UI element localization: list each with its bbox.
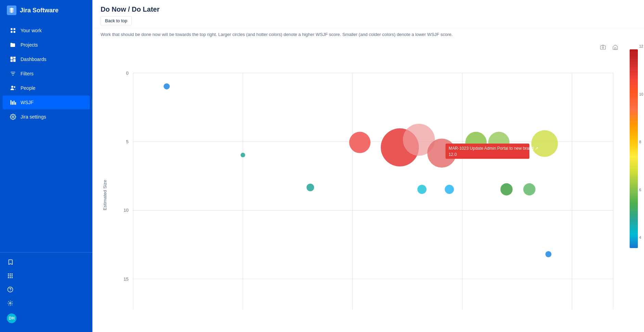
page-title: Do Now / Do Later [101,5,636,13]
chart-wrapper: 0 5 10 15 Estimated Size [92,42,644,329]
svg-point-55 [417,185,427,194]
sidebar-item-settings[interactable]: Jira settings [3,110,90,124]
app-name: Jira Software [20,7,59,14]
svg-point-57 [500,183,513,196]
sidebar-item-label: People [21,85,36,91]
people-icon [10,85,16,91]
svg-point-54 [307,184,314,191]
svg-rect-5 [13,57,16,59]
svg-point-45 [164,83,170,89]
color-bar-label-8: 8 [639,140,643,144]
svg-rect-18 [8,275,9,276]
sidebar-bookmark[interactable] [0,255,92,269]
sidebar-item-label: Jira settings [21,114,46,120]
svg-rect-6 [11,60,13,62]
svg-rect-21 [8,277,9,278]
sidebar-item-label: WSJF [21,100,34,105]
svg-point-56 [445,185,454,194]
sidebar-nav: Your work Projects Dashboards Filters [0,21,92,252]
scatter-chart: 0 5 10 15 Estimated Size [92,42,623,329]
svg-rect-22 [10,277,11,278]
svg-point-14 [12,116,14,118]
color-gradient-bar [630,49,638,248]
sidebar-item-dashboards[interactable]: Dashboards [3,52,90,66]
settings-icon [10,113,16,120]
svg-point-8 [11,86,13,88]
color-bar-label-6: 6 [639,188,643,192]
svg-rect-12 [14,101,15,105]
user-avatar-item[interactable]: DH [0,310,92,327]
sidebar-item-label: Dashboards [21,57,47,62]
svg-text:MAR-1023 Update Admin Portal t: MAR-1023 Update Admin Portal to new bran… [449,146,538,151]
svg-rect-11 [12,101,13,105]
svg-point-46 [241,153,245,157]
svg-text:0: 0 [126,71,128,76]
svg-point-53 [531,130,558,157]
back-to-top-button[interactable]: Back to top [101,16,132,25]
sidebar-item-label: Projects [21,42,38,48]
svg-rect-13 [15,102,16,105]
chart-area: 0 5 10 15 Estimated Size [92,39,644,332]
color-bar-label-4: 4 [639,235,643,239]
svg-point-9 [14,86,15,88]
svg-rect-19 [10,275,11,276]
avatar[interactable]: DH [7,313,16,323]
svg-text:12.0: 12.0 [449,152,457,157]
svg-text:10: 10 [124,208,129,213]
sidebar-item-projects[interactable]: Projects [3,38,90,52]
sidebar-item-label: Your work [21,28,42,33]
svg-point-59 [545,251,552,257]
dashboard-icon [10,56,16,63]
svg-rect-10 [11,100,12,105]
svg-rect-16 [10,273,11,274]
apps-icon [7,272,14,279]
grid-icon [10,27,16,34]
sidebar-item-wsjf[interactable]: WSJF [3,96,90,109]
wsjf-icon [10,99,16,106]
page-description: Work that should be done now will be tow… [92,28,644,39]
sidebar-item-filters[interactable]: Filters [3,67,90,81]
svg-rect-15 [8,273,9,274]
filter-icon [10,70,16,77]
main-content: Do Now / Do Later Back to top Work that … [92,0,644,332]
sidebar-item-people[interactable]: People [3,81,90,95]
svg-point-58 [523,183,536,196]
color-bar-label-10: 10 [639,92,643,96]
app-logo [7,5,16,15]
bookmark-icon [7,259,14,266]
sidebar: Jira Software Your work Projects Dashboa… [0,0,92,332]
svg-rect-0 [11,28,12,30]
sidebar-settings2[interactable] [0,296,92,310]
svg-rect-23 [12,277,13,278]
svg-point-25 [10,291,11,291]
sidebar-bottom: DH [0,252,92,332]
folder-icon [10,41,16,48]
sidebar-header: Jira Software [0,0,92,21]
sidebar-item-your-work[interactable]: Your work [3,24,90,37]
svg-text:5: 5 [126,139,128,144]
svg-point-50 [349,132,370,153]
svg-rect-4 [11,57,13,60]
svg-rect-17 [12,273,13,274]
svg-point-26 [10,303,11,304]
svg-rect-3 [14,31,15,33]
svg-text:15: 15 [124,276,129,282]
sidebar-help[interactable] [0,283,92,296]
page-header: Do Now / Do Later Back to top [92,0,644,28]
color-bar: 12 10 8 6 4 [623,42,644,329]
help-icon [7,286,14,293]
sidebar-apps[interactable] [0,269,92,283]
svg-rect-7 [13,59,16,62]
svg-rect-20 [12,275,13,276]
svg-text:Estimated Size: Estimated Size [102,180,107,210]
settings2-icon [7,300,14,307]
color-bar-label-12: 12 [639,44,643,48]
svg-rect-2 [11,31,12,33]
sidebar-item-label: Filters [21,71,34,76]
svg-rect-1 [14,28,15,30]
